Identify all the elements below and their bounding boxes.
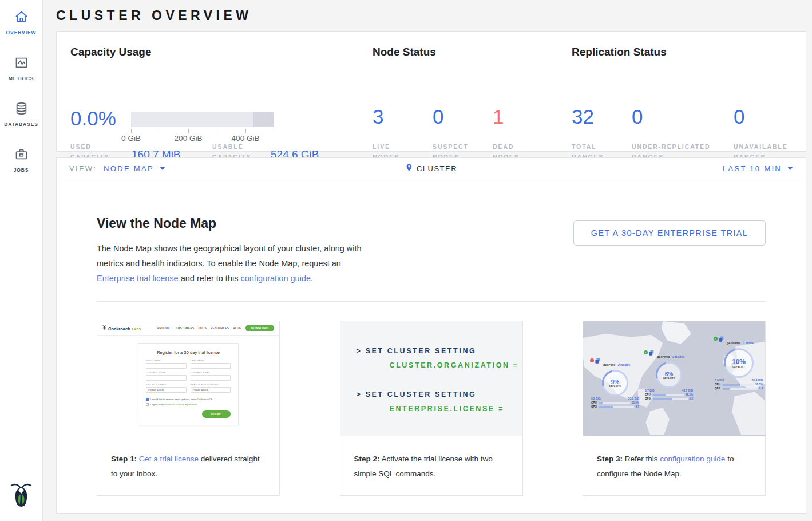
sidebar-item-label: JOBS: [14, 167, 29, 173]
locality-name: geo=nyc: [657, 355, 670, 358]
capacity-available: 36.4 GiB: [752, 379, 763, 382]
mini-nav-item: CUSTOMERS: [176, 327, 194, 330]
step-label: Step 2:: [354, 455, 380, 463]
mini-checkbox-label: I agree to the Software License Agreemen…: [150, 403, 198, 406]
configuration-guide-link[interactable]: configuration guide: [660, 455, 725, 463]
mini-license-link: Software License Agreement.: [165, 403, 197, 406]
node-status-title: Node Status: [373, 46, 436, 58]
description-text: The Node Map shows the geographical layo…: [97, 244, 362, 268]
mini-download-button: DOWNLOAD: [245, 325, 274, 331]
locality-breadcrumb: CLUSTER: [405, 163, 457, 174]
sidebar-item-overview[interactable]: OVERVIEW: [0, 9, 42, 35]
capacity-axis-ticks: [131, 128, 274, 133]
mini-input: [191, 375, 231, 381]
capacity-available: 43.7 GiB: [682, 389, 693, 392]
sidebar-item-label: OVERVIEW: [6, 30, 37, 35]
registration-page-thumbnail: Cockroach LABS PRODUCT CUSTOMERS DOCS RE…: [97, 321, 279, 436]
warning-status-icon: !: [590, 358, 594, 362]
capacity-gauge: 6% CAPACITY: [656, 362, 682, 388]
locality-name: geo=sfo: [603, 363, 615, 366]
cpu-value: 58.3%: [755, 383, 763, 386]
capacity-usage-title: Capacity Usage: [70, 46, 152, 58]
metrics-chart-icon: [14, 55, 29, 73]
capacity-label: CAPACITY: [609, 385, 621, 388]
mini-checkbox-text: I agree to the: [150, 403, 166, 406]
sidebar-item-databases[interactable]: DATABASES: [0, 101, 42, 127]
qps-bar: [723, 388, 758, 390]
step1-caption: Step 1: Get a trial license delivered st…: [97, 436, 279, 495]
description-text: .: [311, 274, 313, 283]
time-range-selector[interactable]: LAST 10 MIN: [723, 164, 793, 173]
chevron-down-icon: [160, 167, 165, 170]
mini-field-label: REASON FOR INTEREST: [191, 384, 231, 386]
cockroachdb-logo: [10, 481, 32, 513]
axis-tick-label: 200 GiB: [175, 134, 203, 143]
sql-command: SET CLUSTER SETTING: [365, 347, 476, 355]
cpu-value: 11.0%: [632, 401, 639, 404]
briefcase-icon: [14, 147, 29, 164]
qps-label: QPS: [591, 405, 597, 408]
sidebar: OVERVIEW METRICS DATABASES JOBS: [0, 0, 43, 521]
cpu-value: 42.5%: [686, 393, 693, 396]
qps-bar: [653, 398, 688, 400]
locality-ams: ✓ geo=ams 1 Node 10% CAPACITY: [714, 336, 764, 390]
capacity-label: CAPACITY: [663, 377, 675, 380]
node-cube-icon: [649, 350, 655, 356]
configuration-guide-link[interactable]: configuration guide: [240, 274, 311, 283]
view-label: VIEW:: [69, 164, 97, 173]
sidebar-item-metrics[interactable]: METRICS: [0, 55, 42, 81]
capacity-bar-chart: 0 GiB 200 GiB 400 GiB: [131, 112, 274, 143]
suspect-nodes-value: 0: [433, 105, 443, 128]
healthy-status-icon: ✓: [644, 350, 648, 354]
enterprise-trial-button[interactable]: GET A 30-DAY ENTERPRISE TRIAL: [573, 220, 766, 246]
mini-select: Please Select: [146, 387, 187, 393]
cpu-bar: [599, 402, 630, 404]
main-content: CLUSTER OVERVIEW Capacity Usage 0.0% 0 G…: [43, 8, 812, 514]
mini-form-title: Register for a 30-day trial license: [146, 350, 231, 355]
sql-command: SET CLUSTER SETTING: [365, 390, 476, 398]
step1-card: Cockroach LABS PRODUCT CUSTOMERS DOCS RE…: [97, 321, 280, 496]
sidebar-item-jobs[interactable]: JOBS: [0, 147, 42, 173]
view-selector[interactable]: VIEW: NODE MAP: [69, 164, 165, 173]
get-trial-license-link[interactable]: Get a trial license: [139, 455, 199, 463]
mini-input: [146, 363, 187, 369]
axis-tick-label: 0 GiB: [121, 134, 141, 143]
mini-submit-button: SUBMIT: [202, 410, 231, 418]
replication-status-title: Replication Status: [572, 46, 667, 58]
enterprise-trial-license-link[interactable]: Enterprise trial license: [97, 274, 179, 283]
step-label: Step 1:: [111, 455, 137, 463]
sql-prompt: >: [357, 347, 362, 355]
node-map-panel: View the Node Map The Node Map shows the…: [56, 179, 806, 514]
capacity-percent: 10%: [732, 358, 746, 366]
view-bar: VIEW: NODE MAP CLUSTER LAST 10 MIN: [56, 157, 806, 179]
mini-field-label: LAST NAME: [191, 360, 231, 362]
capacity-available: 35.1 GiB: [628, 397, 639, 400]
cpu-label: CPU: [715, 383, 721, 386]
brand-name: Cockroach: [108, 326, 130, 331]
mini-checkbox: [146, 403, 149, 406]
mini-input: [146, 375, 187, 381]
qps-value: 0.4: [759, 387, 763, 390]
locality-sfo: ! geo=sfo 2 Nodes 9% CAPACITY: [590, 358, 640, 408]
cluster-summary-panel: Capacity Usage 0.0% 0 GiB 200 GiB 400 Gi…: [56, 31, 806, 152]
capacity-used-percent: 0.0%: [70, 107, 116, 130]
axis-tick-label: 400 GiB: [232, 134, 260, 143]
map-pin-icon: [405, 163, 413, 174]
live-nodes-value: 3: [373, 105, 383, 128]
mini-select: Please Select: [191, 387, 231, 393]
description-text: and refer to this: [179, 274, 241, 283]
capacity-used: 3.7 GiB: [645, 389, 655, 392]
dead-nodes-value: 1: [493, 105, 504, 128]
step2-caption: Step 2: Activate the trial license with …: [340, 436, 522, 495]
sql-argument: ENTERPRISE.LICENSE =: [390, 402, 522, 416]
cockroach-labs-logo: Cockroach LABS: [102, 325, 141, 331]
cpu-label: CPU: [591, 401, 597, 404]
page-title: CLUSTER OVERVIEW: [56, 8, 806, 23]
chevron-down-icon: [787, 167, 793, 170]
step3-caption: Step 3: Refer this configuration guide t…: [583, 436, 765, 495]
qps-label: QPS: [645, 397, 651, 400]
step2-card: > SET CLUSTER SETTING CLUSTER.ORGANIZATI…: [340, 321, 523, 496]
node-cube-icon: [719, 336, 724, 342]
view-selected-value: NODE MAP: [104, 164, 154, 173]
node-map-thumbnail: ! geo=sfo 2 Nodes 9% CAPACITY: [583, 321, 765, 436]
